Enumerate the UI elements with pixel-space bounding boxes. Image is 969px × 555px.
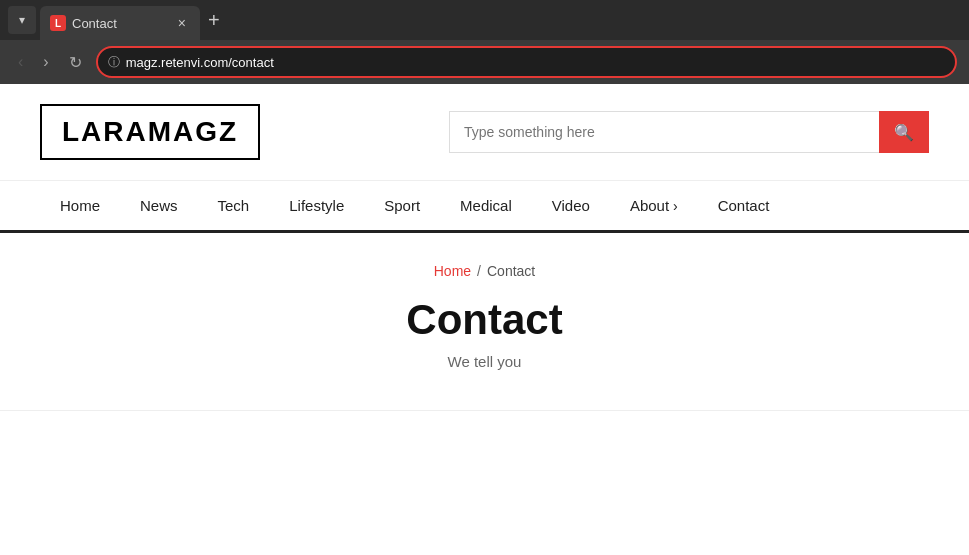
- chevron-down-icon: ▾: [19, 13, 25, 27]
- nav-item-tech[interactable]: Tech: [198, 181, 270, 230]
- nav-link-news[interactable]: News: [120, 181, 198, 230]
- browser-titlebar: ▾ L Contact × +: [0, 0, 969, 40]
- search-icon: 🔍: [894, 123, 914, 142]
- nav-item-sport[interactable]: Sport: [364, 181, 440, 230]
- reload-icon: ↻: [69, 54, 82, 71]
- nav-link-home[interactable]: Home: [40, 181, 120, 230]
- nav-list: Home News Tech Lifestyle Sport Medical V…: [40, 181, 929, 230]
- nav-link-sport[interactable]: Sport: [364, 181, 440, 230]
- nav-item-medical[interactable]: Medical: [440, 181, 532, 230]
- lock-icon: ⓘ: [108, 54, 120, 71]
- nav-link-tech[interactable]: Tech: [198, 181, 270, 230]
- url-input[interactable]: [126, 55, 945, 70]
- nav-item-contact[interactable]: Contact: [698, 181, 790, 230]
- back-button[interactable]: ‹: [12, 49, 29, 75]
- page-header: Home / Contact Contact We tell you: [0, 233, 969, 411]
- search-button[interactable]: 🔍: [879, 111, 929, 153]
- new-tab-button[interactable]: +: [208, 10, 220, 30]
- search-input[interactable]: [449, 111, 879, 153]
- browser-tab[interactable]: L Contact ×: [40, 6, 200, 40]
- breadcrumb: Home / Contact: [20, 263, 949, 279]
- nav-item-video[interactable]: Video: [532, 181, 610, 230]
- nav-link-contact[interactable]: Contact: [698, 181, 790, 230]
- nav-item-home[interactable]: Home: [40, 181, 120, 230]
- search-bar: 🔍: [449, 111, 929, 153]
- nav-link-video[interactable]: Video: [532, 181, 610, 230]
- site-logo: LARAMAGZ: [40, 104, 260, 160]
- page-subtitle: We tell you: [20, 353, 949, 370]
- nav-link-lifestyle[interactable]: Lifestyle: [269, 181, 364, 230]
- forward-button[interactable]: ›: [37, 49, 54, 75]
- site-header: LARAMAGZ 🔍: [0, 84, 969, 180]
- nav-item-about[interactable]: About: [610, 181, 698, 230]
- tab-title: Contact: [72, 16, 168, 31]
- address-bar[interactable]: ⓘ: [96, 46, 957, 78]
- tab-list-button[interactable]: ▾: [8, 6, 36, 34]
- nav-link-medical[interactable]: Medical: [440, 181, 532, 230]
- nav-item-lifestyle[interactable]: Lifestyle: [269, 181, 364, 230]
- nav-item-news[interactable]: News: [120, 181, 198, 230]
- forward-icon: ›: [43, 53, 48, 70]
- tab-favicon: L: [50, 15, 66, 31]
- site-navigation: Home News Tech Lifestyle Sport Medical V…: [0, 180, 969, 233]
- breadcrumb-home-link[interactable]: Home: [434, 263, 471, 279]
- breadcrumb-current: Contact: [487, 263, 535, 279]
- back-icon: ‹: [18, 53, 23, 70]
- browser-chrome: ▾ L Contact × + ‹ › ↻ ⓘ: [0, 0, 969, 84]
- reload-button[interactable]: ↻: [63, 49, 88, 76]
- browser-navbar: ‹ › ↻ ⓘ: [0, 40, 969, 84]
- website: LARAMAGZ 🔍 Home News Tech Lifestyle Spor…: [0, 84, 969, 411]
- breadcrumb-separator: /: [477, 263, 481, 279]
- page-title: Contact: [20, 295, 949, 345]
- tab-close-button[interactable]: ×: [174, 13, 190, 33]
- nav-link-about[interactable]: About: [610, 181, 698, 230]
